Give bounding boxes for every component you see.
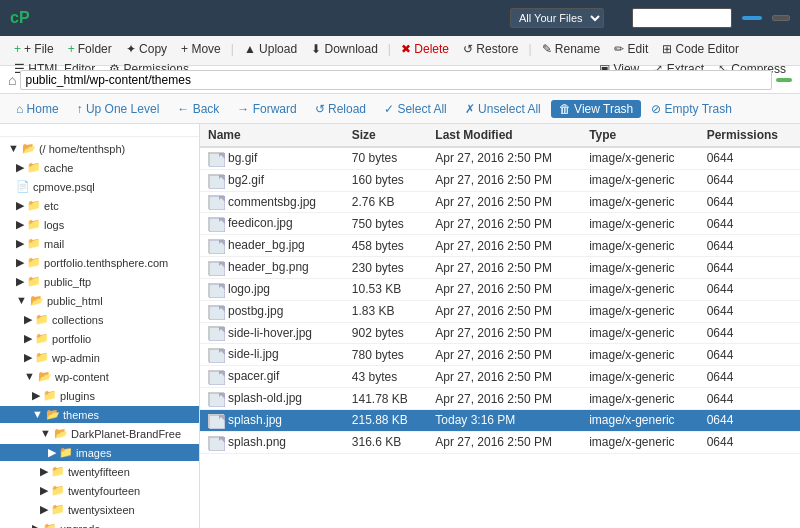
- col-name[interactable]: Name: [200, 124, 344, 147]
- file-perms: 0644: [699, 366, 800, 388]
- table-row[interactable]: splash-old.jpg141.78 KBApr 27, 2016 2:50…: [200, 388, 800, 410]
- table-row[interactable]: side-li-hover.jpg902 bytesApr 27, 2016 2…: [200, 322, 800, 344]
- svg-rect-8: [209, 240, 225, 254]
- sidebar-item-wp-content[interactable]: ▼ 📂wp-content: [0, 367, 199, 386]
- col-size[interactable]: Size: [344, 124, 428, 147]
- search-input[interactable]: [632, 8, 732, 28]
- table-row[interactable]: spacer.gif43 bytesApr 27, 2016 2:50 PMim…: [200, 366, 800, 388]
- search-go-button[interactable]: [742, 16, 762, 20]
- sidebar-item-twentyfourteen[interactable]: ▶ 📁twentyfourteen: [0, 481, 199, 500]
- pathbar: ⌂: [0, 66, 800, 94]
- unselect-all-button[interactable]: ✗ Unselect All: [457, 100, 549, 118]
- sidebar-item-DarkPlanet[interactable]: ▼ 📂DarkPlanet-BrandFree: [0, 424, 199, 443]
- delete-button[interactable]: ✖ Delete: [395, 40, 455, 58]
- new-folder-button[interactable]: + Folder: [62, 40, 118, 58]
- file-modified: Apr 27, 2016 2:50 PM: [427, 169, 581, 191]
- navigation-bar: ⌂ Home ↑ Up One Level ← Back → Forward ↺…: [0, 94, 800, 124]
- table-row[interactable]: feedicon.jpg750 bytesApr 27, 2016 2:50 P…: [200, 213, 800, 235]
- sidebar-item-label: wp-content: [55, 371, 109, 383]
- sidebar-item-portfolio[interactable]: ▶ 📁portfolio.tenthsphere.com: [0, 253, 199, 272]
- edit-button[interactable]: ✏ Edit: [608, 40, 654, 58]
- folder-icon: ▼ 📂: [8, 142, 36, 155]
- sidebar-item-portfolio2[interactable]: ▶ 📁portfolio: [0, 329, 199, 348]
- sidebar-item-logs[interactable]: ▶ 📁logs: [0, 215, 199, 234]
- sidebar-item-public_ftp[interactable]: ▶ 📁public_ftp: [0, 272, 199, 291]
- new-file-button[interactable]: + + File: [8, 40, 60, 58]
- upload-button[interactable]: ▲ Upload: [238, 40, 303, 58]
- sidebar-item-cpmove[interactable]: 📄cpmove.psql: [0, 177, 199, 196]
- file-name: splash.jpg: [228, 413, 282, 427]
- folder-icon: ▶ 📁: [24, 351, 49, 364]
- table-row[interactable]: side-li.jpg780 bytesApr 27, 2016 2:50 PM…: [200, 344, 800, 366]
- forward-button[interactable]: → Forward: [229, 100, 304, 118]
- folder-icon: ▶ 📁: [24, 332, 49, 345]
- table-row[interactable]: postbg.jpg1.83 KBApr 27, 2016 2:50 PMima…: [200, 300, 800, 322]
- sidebar-item-images[interactable]: ▶ 📁images: [0, 443, 199, 462]
- folder-icon: ▶ 📁: [16, 256, 41, 269]
- sidebar-item-root[interactable]: ▼ 📂(/ home/tenthsph): [0, 139, 199, 158]
- sidebar-item-etc[interactable]: ▶ 📁etc: [0, 196, 199, 215]
- file-type-icon: [208, 217, 224, 231]
- empty-trash-button[interactable]: ⊘ Empty Trash: [643, 100, 740, 118]
- folder-icon: ▶ 📁: [32, 389, 57, 402]
- file-name: commentsbg.jpg: [228, 195, 316, 209]
- table-row[interactable]: header_bg.jpg458 bytesApr 27, 2016 2:50 …: [200, 235, 800, 257]
- sidebar-item-public_html[interactable]: ▼ 📂public_html: [0, 291, 199, 310]
- file-type: image/x-generic: [581, 147, 699, 169]
- folder-icon: ▶ 📁: [40, 465, 65, 478]
- sidebar-item-twentysixteen[interactable]: ▶ 📁twentysixteen: [0, 500, 199, 519]
- file-type-icon: [208, 414, 224, 428]
- code-editor-button[interactable]: ⊞ Code Editor: [656, 40, 745, 58]
- file-perms: 0644: [699, 344, 800, 366]
- restore-button[interactable]: ↺ Restore: [457, 40, 524, 58]
- col-modified[interactable]: Last Modified: [427, 124, 581, 147]
- sidebar-item-wp-admin[interactable]: ▶ 📁wp-admin: [0, 348, 199, 367]
- file-type-icon: [208, 436, 224, 450]
- folder-icon: ▶ 📁: [16, 161, 41, 174]
- path-input[interactable]: [20, 70, 772, 90]
- collapse-all-button[interactable]: [0, 128, 199, 137]
- settings-button[interactable]: [772, 15, 790, 21]
- cpanel-logo: cP: [10, 9, 30, 27]
- move-button[interactable]: + Move: [175, 40, 227, 58]
- col-perms[interactable]: Permissions: [699, 124, 800, 147]
- reload-button[interactable]: ↺ Reload: [307, 100, 374, 118]
- file-modified: Apr 27, 2016 2:50 PM: [427, 147, 581, 169]
- sidebar-item-themes[interactable]: ▼ 📂themes: [0, 405, 199, 424]
- sidebar-item-label: public_html: [47, 295, 103, 307]
- file-type: image/x-generic: [581, 409, 699, 431]
- sidebar-item-label: plugins: [60, 390, 95, 402]
- sidebar-item-label: themes: [63, 409, 99, 421]
- table-row[interactable]: bg2.gif160 bytesApr 27, 2016 2:50 PMimag…: [200, 169, 800, 191]
- sidebar-item-cache[interactable]: ▶ 📁cache: [0, 158, 199, 177]
- back-button[interactable]: ← Back: [169, 100, 227, 118]
- table-row[interactable]: commentsbg.jpg2.76 KBApr 27, 2016 2:50 P…: [200, 191, 800, 213]
- sidebar-item-twentyfifteen[interactable]: ▶ 📁twentyfifteen: [0, 462, 199, 481]
- file-type-icon: [208, 174, 224, 188]
- file-list: Name Size Last Modified Type Permissions…: [200, 124, 800, 528]
- path-go-button[interactable]: [776, 78, 792, 82]
- file-type: image/x-generic: [581, 169, 699, 191]
- col-type[interactable]: Type: [581, 124, 699, 147]
- folder-icon: ▶ 📁: [16, 199, 41, 212]
- file-size: 2.76 KB: [344, 191, 428, 213]
- file-type: image/x-generic: [581, 344, 699, 366]
- table-row[interactable]: bg.gif70 bytesApr 27, 2016 2:50 PMimage/…: [200, 147, 800, 169]
- sidebar-item-collections[interactable]: ▶ 📁collections: [0, 310, 199, 329]
- copy-button[interactable]: ✦ Copy: [120, 40, 173, 58]
- download-button[interactable]: ⬇ Download: [305, 40, 384, 58]
- select-all-button[interactable]: ✓ Select All: [376, 100, 455, 118]
- rename-button[interactable]: ✎ Rename: [536, 40, 607, 58]
- table-row[interactable]: logo.jpg10.53 KBApr 27, 2016 2:50 PMimag…: [200, 278, 800, 300]
- sidebar-item-upgrade[interactable]: ▶ 📁upgrade: [0, 519, 199, 528]
- sidebar-item-mail[interactable]: ▶ 📁mail: [0, 234, 199, 253]
- table-row[interactable]: header_bg.png230 bytesApr 27, 2016 2:50 …: [200, 257, 800, 279]
- home-nav-button[interactable]: ⌂ Home: [8, 100, 67, 118]
- table-row[interactable]: splash.jpg215.88 KBToday 3:16 PMimage/x-…: [200, 409, 800, 431]
- folder-icon: ▼ 📂: [16, 294, 44, 307]
- sidebar-item-plugins[interactable]: ▶ 📁plugins: [0, 386, 199, 405]
- view-trash-button[interactable]: 🗑 View Trash: [551, 100, 641, 118]
- search-scope-select[interactable]: All Your Files This Folder: [510, 8, 604, 28]
- up-one-level-button[interactable]: ↑ Up One Level: [69, 100, 168, 118]
- table-row[interactable]: splash.png316.6 KBApr 27, 2016 2:50 PMim…: [200, 431, 800, 453]
